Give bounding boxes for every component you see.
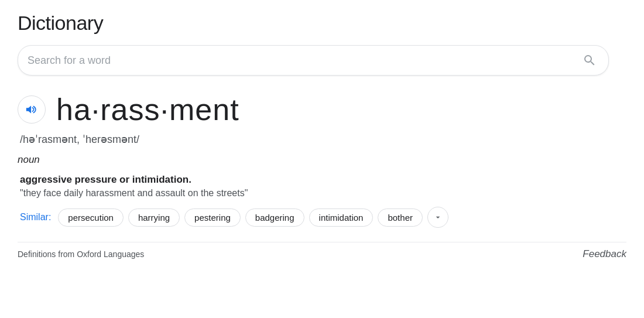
- similar-label: Similar:: [20, 212, 51, 223]
- similar-pill-harrying[interactable]: harrying: [128, 208, 180, 227]
- footer-row: Definitions from Oxford Languages Feedba…: [18, 242, 626, 266]
- definition-text: aggressive pressure or intimidation.: [20, 174, 626, 186]
- word-header: ha·rass·ment: [18, 92, 626, 127]
- pronunciation: /həˈrasmənt, ˈherəsmənt/: [20, 133, 626, 146]
- search-icon: [583, 53, 597, 67]
- similar-pill-bother[interactable]: bother: [378, 208, 423, 227]
- audio-icon: [25, 103, 38, 116]
- similar-row: Similar: persecution harrying pestering …: [20, 207, 626, 228]
- word-title: ha·rass·ment: [56, 92, 239, 127]
- similar-pill-badgering[interactable]: badgering: [245, 208, 304, 227]
- search-input[interactable]: [28, 54, 580, 67]
- page-container: Dictionary ha·rass·ment /həˈrasmənt, ˈhe…: [0, 0, 644, 266]
- similar-pill-intimidation[interactable]: intimidation: [309, 208, 374, 227]
- search-button[interactable]: [580, 51, 599, 70]
- chevron-down-icon: [433, 213, 443, 222]
- expand-similar-button[interactable]: [427, 207, 448, 228]
- definition-block: aggressive pressure or intimidation. "th…: [20, 174, 626, 228]
- example-text: "they face daily harassment and assault …: [20, 188, 626, 199]
- svg-marker-0: [26, 106, 31, 114]
- similar-pill-persecution[interactable]: persecution: [58, 208, 124, 227]
- footer-source: Definitions from Oxford Languages: [18, 249, 144, 259]
- search-bar: [18, 45, 609, 76]
- feedback-link[interactable]: Feedback: [583, 248, 626, 260]
- similar-pill-pestering[interactable]: pestering: [184, 208, 241, 227]
- page-title: Dictionary: [18, 12, 626, 35]
- audio-button[interactable]: [18, 95, 46, 124]
- part-of-speech: noun: [18, 154, 626, 166]
